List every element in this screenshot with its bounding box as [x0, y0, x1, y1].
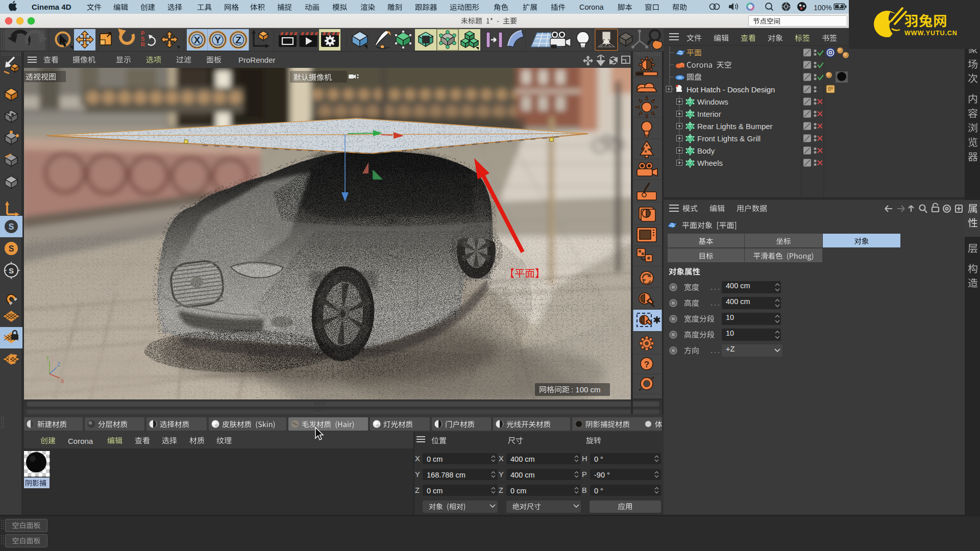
svg-text:Y: Y — [214, 35, 221, 45]
svg-text:X: X — [194, 35, 201, 45]
svg-text:Y: Y — [46, 356, 50, 361]
svg-text:S: S — [9, 244, 14, 253]
svg-text:Z: Z — [57, 362, 60, 367]
svg-text:X: X — [61, 379, 64, 384]
svg-text:S: S — [9, 222, 14, 231]
svg-text:R: R — [141, 41, 145, 47]
svg-text:?: ? — [644, 360, 649, 369]
svg-text:Z: Z — [235, 35, 241, 45]
svg-text:S: S — [9, 266, 14, 275]
